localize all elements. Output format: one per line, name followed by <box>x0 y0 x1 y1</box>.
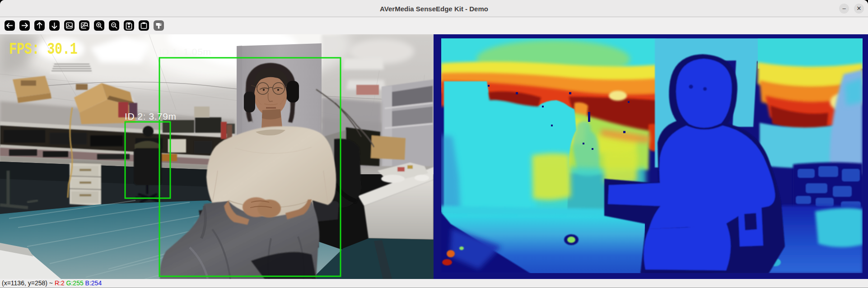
svg-text:ID 2: 3.79m: ID 2: 3.79m <box>125 111 176 121</box>
svg-text:ID 1: 1.05m: ID 1: 1.05m <box>159 46 211 57</box>
svg-text:FPS: 30.1: FPS: 30.1 <box>9 40 78 59</box>
